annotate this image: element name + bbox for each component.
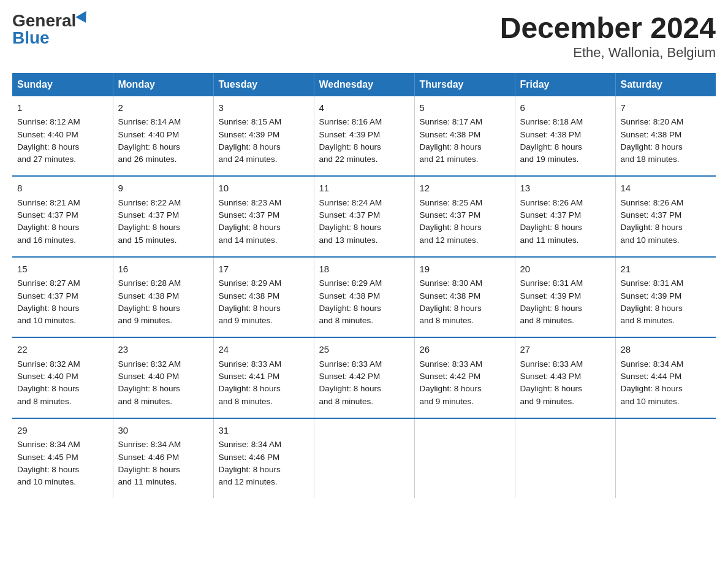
day-number: 1 (17, 101, 108, 115)
page-title: December 2024 (500, 12, 716, 45)
day-number: 31 (219, 424, 309, 438)
calendar-cell: 30Sunrise: 8:34 AMSunset: 4:46 PMDayligh… (113, 418, 213, 499)
day-info: Sunrise: 8:32 AMSunset: 4:40 PMDaylight:… (118, 359, 181, 406)
header-wednesday: Wednesday (314, 73, 414, 96)
day-info: Sunrise: 8:33 AMSunset: 4:42 PMDaylight:… (420, 359, 483, 406)
calendar-cell: 17Sunrise: 8:29 AMSunset: 4:38 PMDayligh… (213, 257, 314, 338)
day-info: Sunrise: 8:31 AMSunset: 4:39 PMDaylight:… (621, 278, 684, 325)
day-number: 15 (17, 262, 108, 277)
calendar-body: 1Sunrise: 8:12 AMSunset: 4:40 PMDaylight… (12, 96, 716, 499)
day-number: 28 (621, 343, 711, 357)
calendar-week-row: 29Sunrise: 8:34 AMSunset: 4:45 PMDayligh… (12, 418, 716, 499)
calendar-cell: 20Sunrise: 8:31 AMSunset: 4:39 PMDayligh… (515, 257, 615, 338)
calendar-cell: 2Sunrise: 8:14 AMSunset: 4:40 PMDaylight… (113, 96, 213, 177)
logo: General Blue (12, 12, 89, 47)
day-number: 10 (219, 182, 309, 196)
day-info: Sunrise: 8:14 AMSunset: 4:40 PMDaylight:… (118, 117, 181, 164)
calendar-cell: 25Sunrise: 8:33 AMSunset: 4:42 PMDayligh… (314, 337, 414, 418)
day-number: 11 (319, 182, 409, 196)
header-monday: Monday (113, 73, 213, 96)
day-number: 13 (520, 182, 610, 196)
calendar-cell: 28Sunrise: 8:34 AMSunset: 4:44 PMDayligh… (615, 337, 716, 418)
header-sunday: Sunday (12, 73, 113, 96)
calendar-cell: 15Sunrise: 8:27 AMSunset: 4:37 PMDayligh… (12, 257, 113, 338)
calendar-cell: 16Sunrise: 8:28 AMSunset: 4:38 PMDayligh… (113, 257, 213, 338)
logo-blue-text: Blue (12, 29, 50, 47)
day-number: 9 (118, 182, 208, 196)
day-number: 7 (621, 101, 711, 115)
page-subtitle: Ethe, Wallonia, Belgium (500, 45, 716, 61)
day-info: Sunrise: 8:24 AMSunset: 4:37 PMDaylight:… (319, 198, 382, 245)
day-info: Sunrise: 8:26 AMSunset: 4:37 PMDaylight:… (621, 198, 684, 245)
calendar-cell (515, 418, 615, 499)
calendar-cell: 22Sunrise: 8:32 AMSunset: 4:40 PMDayligh… (12, 337, 113, 418)
day-number: 6 (520, 101, 610, 115)
day-info: Sunrise: 8:26 AMSunset: 4:37 PMDaylight:… (520, 198, 583, 245)
day-number: 12 (420, 182, 510, 196)
calendar-cell: 13Sunrise: 8:26 AMSunset: 4:37 PMDayligh… (515, 176, 615, 257)
calendar-cell: 29Sunrise: 8:34 AMSunset: 4:45 PMDayligh… (12, 418, 113, 499)
calendar-cell: 6Sunrise: 8:18 AMSunset: 4:38 PMDaylight… (515, 96, 615, 177)
calendar-table: Sunday Monday Tuesday Wednesday Thursday… (12, 73, 716, 499)
day-number: 21 (621, 262, 711, 277)
calendar-cell: 31Sunrise: 8:34 AMSunset: 4:46 PMDayligh… (213, 418, 314, 499)
day-number: 23 (118, 343, 208, 357)
header-row: Sunday Monday Tuesday Wednesday Thursday… (12, 73, 716, 96)
calendar-week-row: 8Sunrise: 8:21 AMSunset: 4:37 PMDaylight… (12, 176, 716, 257)
day-info: Sunrise: 8:22 AMSunset: 4:37 PMDaylight:… (118, 198, 181, 245)
day-info: Sunrise: 8:28 AMSunset: 4:38 PMDaylight:… (118, 278, 181, 325)
day-number: 8 (17, 182, 108, 196)
title-block: December 2024 Ethe, Wallonia, Belgium (500, 12, 716, 61)
day-info: Sunrise: 8:15 AMSunset: 4:39 PMDaylight:… (219, 117, 282, 164)
day-number: 19 (420, 262, 510, 277)
day-number: 22 (17, 343, 108, 357)
calendar-cell (615, 418, 716, 499)
logo-triangle-icon (76, 11, 91, 26)
day-info: Sunrise: 8:29 AMSunset: 4:38 PMDaylight:… (219, 278, 282, 325)
calendar-cell (314, 418, 414, 499)
day-number: 2 (118, 101, 208, 115)
calendar-cell: 18Sunrise: 8:29 AMSunset: 4:38 PMDayligh… (314, 257, 414, 338)
calendar-cell: 9Sunrise: 8:22 AMSunset: 4:37 PMDaylight… (113, 176, 213, 257)
day-info: Sunrise: 8:33 AMSunset: 4:42 PMDaylight:… (319, 359, 382, 406)
day-number: 4 (319, 101, 409, 115)
page-header: General Blue December 2024 Ethe, Walloni… (12, 12, 716, 61)
day-info: Sunrise: 8:16 AMSunset: 4:39 PMDaylight:… (319, 117, 382, 164)
logo-general-text: General (12, 12, 76, 29)
day-number: 16 (118, 262, 208, 277)
day-info: Sunrise: 8:25 AMSunset: 4:37 PMDaylight:… (420, 198, 483, 245)
calendar-cell: 1Sunrise: 8:12 AMSunset: 4:40 PMDaylight… (12, 96, 113, 177)
day-info: Sunrise: 8:23 AMSunset: 4:37 PMDaylight:… (219, 198, 282, 245)
day-number: 17 (219, 262, 309, 277)
calendar-cell: 14Sunrise: 8:26 AMSunset: 4:37 PMDayligh… (615, 176, 716, 257)
calendar-cell: 12Sunrise: 8:25 AMSunset: 4:37 PMDayligh… (414, 176, 515, 257)
calendar-cell: 19Sunrise: 8:30 AMSunset: 4:38 PMDayligh… (414, 257, 515, 338)
day-number: 3 (219, 101, 309, 115)
day-info: Sunrise: 8:33 AMSunset: 4:41 PMDaylight:… (219, 359, 282, 406)
calendar-cell: 23Sunrise: 8:32 AMSunset: 4:40 PMDayligh… (113, 337, 213, 418)
day-number: 20 (520, 262, 610, 277)
calendar-cell (414, 418, 515, 499)
calendar-cell: 8Sunrise: 8:21 AMSunset: 4:37 PMDaylight… (12, 176, 113, 257)
calendar-cell: 21Sunrise: 8:31 AMSunset: 4:39 PMDayligh… (615, 257, 716, 338)
calendar-header: Sunday Monday Tuesday Wednesday Thursday… (12, 73, 716, 96)
day-number: 5 (420, 101, 510, 115)
day-info: Sunrise: 8:32 AMSunset: 4:40 PMDaylight:… (17, 359, 80, 406)
day-info: Sunrise: 8:34 AMSunset: 4:44 PMDaylight:… (621, 359, 684, 406)
day-number: 27 (520, 343, 610, 357)
day-info: Sunrise: 8:21 AMSunset: 4:37 PMDaylight:… (17, 198, 80, 245)
header-thursday: Thursday (414, 73, 515, 96)
day-info: Sunrise: 8:12 AMSunset: 4:40 PMDaylight:… (17, 117, 80, 164)
calendar-week-row: 15Sunrise: 8:27 AMSunset: 4:37 PMDayligh… (12, 257, 716, 338)
calendar-cell: 3Sunrise: 8:15 AMSunset: 4:39 PMDaylight… (213, 96, 314, 177)
header-tuesday: Tuesday (213, 73, 314, 96)
calendar-cell: 11Sunrise: 8:24 AMSunset: 4:37 PMDayligh… (314, 176, 414, 257)
day-number: 24 (219, 343, 309, 357)
day-info: Sunrise: 8:20 AMSunset: 4:38 PMDaylight:… (621, 117, 684, 164)
day-number: 29 (17, 424, 108, 438)
day-info: Sunrise: 8:27 AMSunset: 4:37 PMDaylight:… (17, 278, 80, 325)
day-number: 30 (118, 424, 208, 438)
day-info: Sunrise: 8:34 AMSunset: 4:46 PMDaylight:… (118, 440, 181, 486)
calendar-cell: 7Sunrise: 8:20 AMSunset: 4:38 PMDaylight… (615, 96, 716, 177)
header-saturday: Saturday (615, 73, 716, 96)
